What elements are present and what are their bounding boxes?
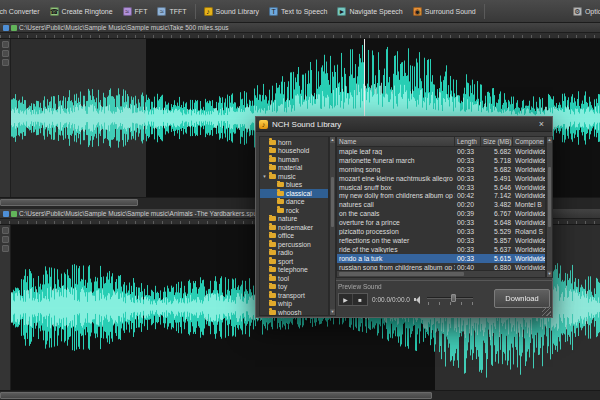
sound-row-overture-for-a-prince[interactable]: overture for a prince00:335.648Worldwide (337, 218, 545, 227)
folder-icon (277, 199, 284, 204)
toolbar-button-navigate-speech[interactable]: ►Navigate Speech (332, 2, 407, 21)
sound-row-pizicatto-procession[interactable]: pizicatto procession00:335.529Roland S (337, 227, 545, 236)
column-header-component[interactable]: Component (513, 137, 545, 146)
toolbar-button-options[interactable]: ⚙Options (568, 2, 600, 21)
gutter-button-icon[interactable] (2, 227, 9, 234)
cell-length: 00:33 (455, 175, 481, 182)
tree-item-radio[interactable]: radio (260, 249, 328, 258)
scroll-down-icon[interactable]: ▼ (547, 271, 552, 277)
resize-grip[interactable] (542, 307, 551, 316)
tree-item-household[interactable]: household (260, 147, 328, 156)
slider-knob[interactable] (451, 294, 456, 302)
tree-item-toy[interactable]: toy (260, 283, 328, 292)
column-header-name[interactable]: Name (337, 137, 455, 146)
tree-scroll-thumb[interactable] (331, 177, 334, 227)
tree-item-music[interactable]: ▾music (260, 172, 328, 181)
tree-item-noisemaker[interactable]: noisemaker (260, 223, 328, 232)
toolbar-button-text-to-speech[interactable]: TText to Speech (264, 2, 332, 21)
tree-item-horn[interactable]: horn (260, 138, 328, 147)
nch-app-icon: ♪ (259, 120, 268, 129)
category-tree: hornhouseholdhumanmaterial▾musicbluescla… (259, 136, 329, 316)
tree-item-label: household (278, 147, 309, 154)
toolbar-button-fft[interactable]: ≈FFT (118, 2, 153, 21)
tree-item-label: horn (278, 139, 292, 146)
create-ringtone-icon: ☎ (50, 7, 59, 16)
tree-scrollbar[interactable]: ▲ ▼ (329, 136, 336, 316)
slider-ticks (428, 302, 473, 305)
cell-name: mozart eine kleine nachtmusik allegro (337, 175, 455, 182)
play-icon[interactable]: ▶ (339, 294, 353, 305)
sound-row-reflections-on-the-water[interactable]: reflections on the water00:335.857Worldw… (337, 236, 545, 245)
toolbar-button-surround-sound[interactable]: ◉Surround Sound (408, 2, 481, 21)
stop-icon[interactable]: ■ (353, 294, 367, 305)
tree-item-dance[interactable]: dance (260, 198, 328, 207)
download-button[interactable]: Download (494, 289, 550, 308)
sound-row-maple-leaf-rag[interactable]: maple leaf rag00:335.682Worldwide (337, 147, 545, 156)
volume-slider[interactable] (427, 294, 473, 305)
toolbar-button-label: Sound Library (216, 8, 260, 15)
track2-horizontal-scrollbar[interactable] (0, 390, 600, 400)
column-header-length[interactable]: Length (455, 137, 481, 146)
track1-scroll-thumb[interactable] (0, 199, 138, 206)
options-icon: ⚙ (573, 7, 582, 16)
sound-row-morning-song[interactable]: morning song00:335.682Worldwide (337, 165, 545, 174)
tree-item-rock[interactable]: rock (260, 206, 328, 215)
tree-item-label: dance (286, 198, 305, 205)
scroll-down-icon[interactable]: ▼ (330, 309, 335, 315)
scroll-up-icon[interactable]: ▲ (330, 137, 335, 143)
tree-item-percussion[interactable]: percussion (260, 240, 328, 249)
list-scroll-thumb[interactable] (548, 167, 551, 227)
toolbar-button-batch-converter[interactable]: ⇄Batch Converter (0, 2, 45, 21)
tree-item-material[interactable]: material (260, 164, 328, 173)
tree-item-sport[interactable]: sport (260, 257, 328, 266)
cell-size: 5.637 (481, 246, 513, 253)
list-horizontal-scrollbar[interactable] (337, 270, 545, 277)
cell-comp: Worldwide (513, 210, 545, 217)
tree-item-office[interactable]: office (260, 232, 328, 241)
tree-item-tool[interactable]: tool (260, 274, 328, 283)
toolbar-button-sound-library[interactable]: ♪Sound Library (199, 2, 265, 21)
tree-item-telephone[interactable]: telephone (260, 266, 328, 275)
gutter-button-icon[interactable] (2, 236, 9, 243)
toolbar-button-create-ringtone[interactable]: ☎Create Ringtone (45, 2, 118, 21)
gutter-button-icon[interactable] (2, 50, 9, 57)
expander-icon[interactable]: ▾ (262, 174, 267, 179)
cell-name: on the canals (337, 210, 455, 217)
tree-item-classical[interactable]: classical (260, 189, 328, 198)
tree-item-transport[interactable]: transport (260, 291, 328, 300)
sound-row-rondo-a-la-turk[interactable]: rondo a la turk00:335.615Worldwide (337, 254, 545, 263)
wave-doc-icon (11, 211, 17, 217)
cell-size: 5.529 (481, 228, 513, 235)
scroll-up-icon[interactable]: ▲ (547, 137, 552, 143)
track2-scroll-thumb[interactable] (0, 392, 432, 399)
gutter-button-icon[interactable] (2, 245, 9, 252)
dialog-title: NCH Sound Library (272, 120, 530, 129)
sound-row-musical-snuff-box[interactable]: musical snuff box00:335.646Worldwide (337, 183, 545, 192)
cell-comp: Worldwide (513, 157, 545, 164)
folder-icon (269, 276, 276, 281)
sound-row-marionette-funeral-march[interactable]: marionette funeral march00:335.718Worldw… (337, 156, 545, 165)
sound-row-my-new-dolly-from-childrens-album-op-39[interactable]: my new dolly from childrens album op 390… (337, 191, 545, 200)
cell-size: 3.482 (481, 201, 513, 208)
tree-item-nature[interactable]: nature (260, 215, 328, 224)
close-icon[interactable]: × (534, 119, 549, 130)
cell-length: 00:33 (455, 157, 481, 164)
gutter-button-icon[interactable] (2, 59, 9, 66)
toolbar-button-tfft[interactable]: ≈TFFT (152, 2, 191, 21)
track1-title-bar[interactable]: C:\Users\Public\Music\Sample Music\Sampl… (0, 23, 600, 33)
gutter-button-icon[interactable] (2, 41, 9, 48)
tree-item-whoosh[interactable]: whoosh (260, 308, 328, 316)
dialog-title-bar[interactable]: ♪ NCH Sound Library × (256, 117, 552, 132)
list-hscroll-thumb[interactable] (339, 272, 464, 276)
sound-row-on-the-canals[interactable]: on the canals00:396.767Worldwide (337, 209, 545, 218)
folder-icon (277, 208, 284, 213)
folder-icon (269, 284, 276, 289)
sound-row-ride-of-the-valkyries[interactable]: ride of the valkyries00:335.637Worldwide (337, 245, 545, 254)
list-scrollbar[interactable]: ▲ ▼ (546, 136, 553, 278)
tree-item-human[interactable]: human (260, 155, 328, 164)
tree-item-whip[interactable]: whip (260, 300, 328, 309)
column-header-size-mb-[interactable]: Size (MB) (481, 137, 513, 146)
tree-item-blues[interactable]: blues (260, 181, 328, 190)
sound-row-natures-call[interactable]: natures call00:203.482Montel B (337, 200, 545, 209)
sound-row-mozart-eine-kleine-nachtmusik-allegro[interactable]: mozart eine kleine nachtmusik allegro00:… (337, 174, 545, 183)
